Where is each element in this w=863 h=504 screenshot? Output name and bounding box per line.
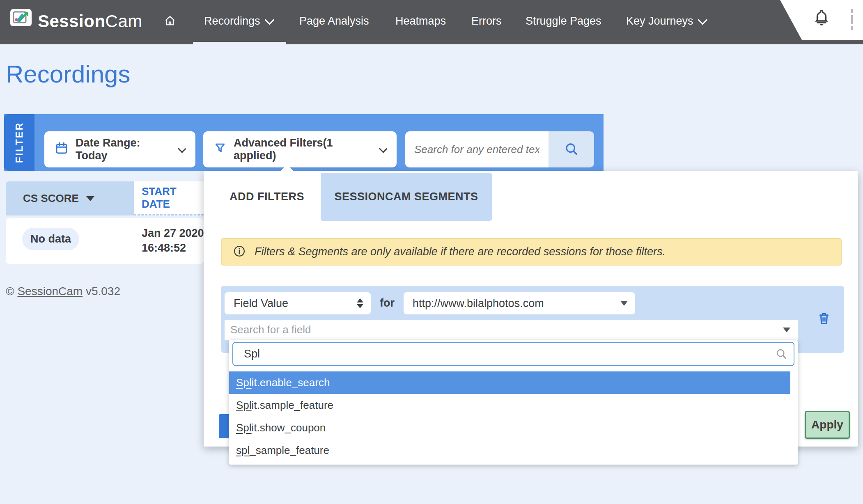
- column-header-cs-score[interactable]: CS SCORE: [6, 181, 134, 215]
- tab-sessioncam-segments[interactable]: SESSIONCAM SEGMENTS: [321, 173, 492, 221]
- info-banner: Filters & Segments are only available if…: [221, 238, 842, 266]
- column-header-start-date[interactable]: START DATE: [134, 181, 204, 215]
- chevron-down-icon: [379, 144, 387, 153]
- apply-button[interactable]: Apply: [805, 411, 850, 439]
- info-banner-text: Filters & Segments are only available if…: [255, 245, 666, 258]
- logo-arrow-icon: [13, 10, 29, 25]
- page-title: Recordings: [6, 60, 131, 88]
- option-split-sample-feature-underscore[interactable]: spl_sample_feature: [229, 439, 790, 462]
- text-search-group: [405, 131, 594, 167]
- active-tab-indicator: [193, 42, 286, 44]
- brand-name[interactable]: SessionCam: [38, 11, 142, 31]
- more-options-icon[interactable]: [851, 9, 853, 30]
- recordings-page: SessionCam Recordings Page Analysis Heat…: [0, 0, 863, 504]
- chevron-down-icon: [264, 15, 274, 25]
- sort-desc-icon: [86, 196, 94, 201]
- sessioncam-link[interactable]: SessionCam: [17, 285, 83, 298]
- delete-filter-icon[interactable]: [817, 311, 831, 328]
- sessioncam-logo[interactable]: [10, 9, 32, 26]
- chevron-down-icon: [698, 15, 707, 25]
- search-icon: [564, 142, 579, 158]
- notifications-bell-icon[interactable]: [813, 9, 830, 29]
- filter-tab-handle[interactable]: FILTER: [4, 114, 34, 171]
- nav-item-errors[interactable]: Errors: [471, 0, 502, 42]
- search-icon: [775, 348, 787, 362]
- home-icon[interactable]: [163, 0, 177, 42]
- dropdown-arrow-icon: [783, 328, 790, 332]
- nav-item-key-journeys[interactable]: Key Journeys: [626, 0, 706, 42]
- select-updown-icon: [357, 298, 363, 308]
- chevron-down-icon: [178, 144, 186, 153]
- site-select[interactable]: http://www.bilalphotos.com: [404, 292, 635, 314]
- nav-item-heatmaps[interactable]: Heatmaps: [395, 0, 446, 42]
- tab-add-filters[interactable]: ADD FILTERS: [222, 173, 312, 221]
- option-split-enable-search[interactable]: Split.enable_search: [229, 371, 790, 394]
- cs-score-badge: No data: [22, 228, 79, 250]
- nav-item-page-analysis[interactable]: Page Analysis: [299, 0, 369, 42]
- info-icon: [233, 245, 246, 259]
- nav-item-recordings[interactable]: Recordings: [204, 0, 273, 42]
- text-search-input[interactable]: [405, 131, 549, 167]
- search-button[interactable]: [549, 131, 594, 167]
- calendar-icon: [55, 141, 68, 158]
- date-range-button[interactable]: Date Range: Today: [44, 131, 195, 167]
- nav-item-struggle-pages[interactable]: Struggle Pages: [526, 0, 601, 42]
- advanced-filters-button[interactable]: Advanced Filters(1 applied): [203, 131, 397, 167]
- for-connector-label: for: [380, 297, 395, 309]
- panel-pointer-notch: [280, 165, 294, 171]
- version-footer: © SessionCam v5.032: [6, 285, 120, 298]
- option-split-sample-feature[interactable]: Split.sample_feature: [229, 394, 790, 417]
- field-type-select[interactable]: Field Value: [225, 292, 371, 314]
- dropdown-arrow-icon: [620, 301, 628, 306]
- field-search-select[interactable]: Search for a field: [225, 320, 798, 340]
- option-split-show-coupon[interactable]: Split.show_coupon: [229, 417, 790, 439]
- start-date-value: Jan 27 2020, 16:48:52: [142, 226, 207, 255]
- field-filter-input[interactable]: [232, 342, 794, 366]
- funnel-icon: [214, 142, 226, 158]
